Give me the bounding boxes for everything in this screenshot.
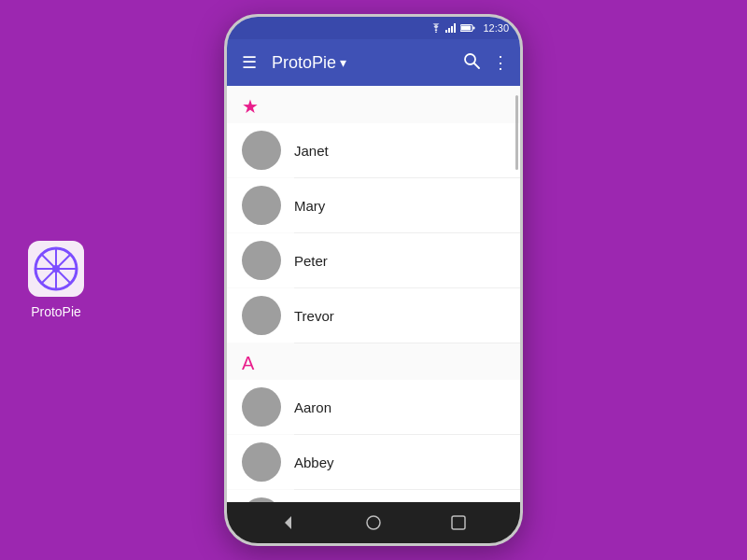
avatar	[242, 241, 281, 280]
status-bar: 12:30	[227, 17, 520, 39]
home-button[interactable]	[359, 508, 388, 538]
a-section-label: A	[242, 353, 254, 374]
search-icon[interactable]	[462, 51, 481, 75]
contacts-list[interactable]: ★ Janet Mary Peter Trevor	[227, 86, 520, 502]
wifi-icon	[430, 23, 442, 33]
toolbar-actions: ⋮	[462, 51, 509, 75]
list-item[interactable]: Peter	[227, 233, 520, 287]
svg-rect-14	[461, 26, 471, 31]
signal-icon	[445, 23, 457, 33]
phone-shell: 12:30 ☰ ProtoPie ▾ ⋮ ★	[224, 14, 523, 546]
star-section-icon: ★	[242, 95, 259, 118]
svg-point-18	[367, 516, 380, 529]
recents-button[interactable]	[444, 508, 473, 538]
battery-icon	[460, 23, 475, 33]
section-header-starred: ★	[227, 86, 520, 123]
svg-line-16	[474, 63, 479, 68]
list-item[interactable]: Trevor	[227, 288, 520, 343]
contact-name: Trevor	[294, 308, 334, 324]
svg-rect-11	[454, 23, 456, 33]
logo-label: ProtoPie	[31, 304, 81, 319]
toolbar-title: ProtoPie	[272, 53, 336, 73]
app-toolbar: ☰ ProtoPie ▾ ⋮	[227, 39, 520, 86]
content-area: ★ Janet Mary Peter Trevor	[227, 86, 520, 502]
svg-marker-17	[285, 516, 291, 529]
nav-bar	[227, 502, 520, 543]
logo-area: ProtoPie	[28, 241, 84, 319]
avatar	[242, 296, 281, 335]
svg-rect-13	[473, 27, 475, 30]
protopie-logo-icon	[28, 241, 84, 297]
svg-rect-10	[451, 26, 453, 33]
status-icons: 12:30	[430, 22, 509, 34]
svg-rect-9	[448, 28, 450, 33]
list-item[interactable]: Abbey	[227, 435, 520, 489]
menu-icon[interactable]: ☰	[238, 52, 261, 73]
contact-name: Mary	[294, 198, 325, 214]
list-item[interactable]: Ali	[227, 490, 520, 502]
avatar	[242, 387, 281, 427]
svg-point-7	[436, 32, 438, 33]
svg-rect-19	[452, 516, 465, 529]
svg-point-6	[52, 265, 60, 273]
more-options-icon[interactable]: ⋮	[492, 52, 509, 73]
list-item[interactable]: Mary	[227, 178, 520, 232]
svg-point-15	[465, 54, 475, 64]
section-header-a: A	[227, 343, 520, 380]
avatar	[242, 497, 281, 502]
contact-name: Abbey	[294, 455, 334, 470]
back-button[interactable]	[274, 508, 303, 538]
dropdown-icon[interactable]: ▾	[340, 55, 346, 70]
contact-name: Peter	[294, 253, 328, 269]
list-item[interactable]: Janet	[227, 123, 520, 177]
contact-name: Janet	[294, 143, 329, 159]
toolbar-title-area: ProtoPie ▾	[272, 53, 451, 73]
list-item[interactable]: Aaron	[227, 380, 520, 434]
contact-name: Aaron	[294, 399, 331, 415]
status-time: 12:30	[483, 22, 509, 34]
scroll-indicator	[515, 95, 518, 170]
svg-rect-8	[445, 30, 447, 33]
avatar	[242, 442, 281, 482]
avatar	[242, 186, 281, 225]
avatar	[242, 131, 281, 170]
